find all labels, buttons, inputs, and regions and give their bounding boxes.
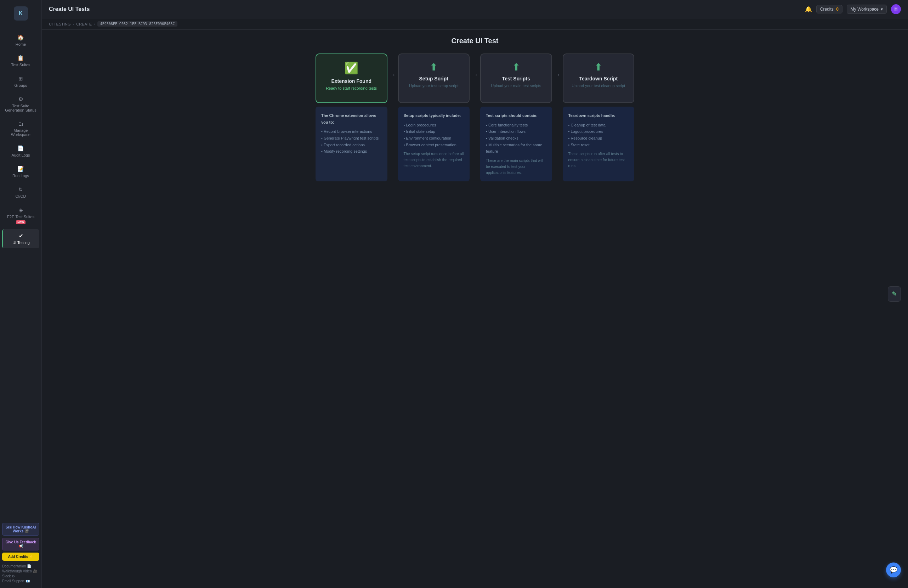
sidebar-item-test-suite-gen[interactable]: ⚙Test Suite Generation Status [2,92,39,116]
info-card-title: The Chrome extension allows you to: [321,112,382,126]
main-content: Create UI Tests 🔔 Credits: 0 My Workspac… [42,0,908,588]
sidebar-item-audit-logs[interactable]: 📄Audit Logs [2,142,39,161]
step-card-extension-found[interactable]: ✅Extension FoundReady to start recording… [316,53,387,103]
sidebar-link-slack[interactable]: Slack ⚙ [2,574,39,578]
page-heading: Create UI Test [451,37,498,45]
sidebar-link-walkthrough[interactable]: Walkthrough Video 🎥 [2,569,39,573]
see-how-button[interactable]: See How KushoAI Works 🎬 [2,523,39,536]
manage-workspace-icon: 🗂 [18,121,23,127]
sidebar-item-label: Run Logs [12,174,29,178]
step-card-title: Extension Found [331,78,372,84]
ui-testing-icon: ✔ [19,233,23,239]
step-card-title: Teardown Script [579,76,618,82]
page-body: Create UI Test ✅Extension FoundReady to … [42,30,908,588]
step-cards-row: ✅Extension FoundReady to start recording… [316,53,634,103]
credits-label: Credits: [820,7,835,12]
step-arrow: → [470,53,480,79]
info-card-item: • Resource cleanup [568,135,629,142]
workspace-button[interactable]: My Workspace ▾ [847,5,887,14]
upload-icon: ⬆ [430,61,438,73]
sidebar-item-label: CI/CD [16,194,26,198]
info-card-wrapper-teardown-info: Teardown scripts handle:• Cleanup of tes… [563,106,634,181]
floating-action-button[interactable]: ✎ [888,286,901,302]
info-card-item: • Record browser interactions [321,128,382,135]
step-wrapper-teardown-script: ⬆Teardown ScriptUpload your test cleanup… [563,53,634,103]
step-card-subtitle: Ready to start recording tests [326,86,377,90]
sidebar-item-e2e-test-suites[interactable]: ◈E2E Test SuitesNEW [2,203,39,228]
chat-widget-button[interactable]: 💬 [886,562,901,577]
breadcrumb-separator: › [94,22,95,26]
sidebar-item-label: Groups [14,83,27,87]
info-card-wrapper-ext-info: The Chrome extension allows you to:• Rec… [316,106,387,181]
sidebar-links: Documentation 📄Walkthrough Video 🎥Slack … [2,563,39,585]
step-card-setup-script[interactable]: ⬆Setup ScriptUpload your test setup scri… [398,53,470,103]
page-title: Create UI Tests [49,6,90,12]
cicd-icon: ↻ [18,186,23,193]
test-suites-icon: 📋 [17,55,24,61]
info-card-item: • Initial state setup [404,128,464,135]
info-card-item: • Environment configuration [404,135,464,142]
sidebar-link-email-support[interactable]: Email Support 📧 [2,579,39,583]
step-card-title: Setup Script [419,76,448,82]
info-card-setup-info: Setup scripts typically include:• Login … [398,106,470,181]
sidebar-item-home[interactable]: 🏠Home [2,31,39,50]
sidebar-item-test-suites[interactable]: 📋Test Suites [2,52,39,71]
header: Create UI Tests 🔔 Credits: 0 My Workspac… [42,0,908,18]
step-card-subtitle: Upload your test cleanup script [572,84,625,88]
groups-icon: ⊞ [18,76,23,82]
chevron-down-icon: ▾ [881,7,883,12]
header-right: 🔔 Credits: 0 My Workspace ▾ H [805,4,901,14]
workspace-label: My Workspace [851,7,879,12]
info-card-item: • Validation checks [486,135,546,142]
avatar[interactable]: H [891,4,901,14]
new-badge: NEW [16,220,26,224]
info-card-desc: These scripts run after all tests to ens… [568,151,629,169]
info-card-item: • Export recorded actions [321,142,382,148]
sidebar-bottom: See How KushoAI Works 🎬 Give Us Feedback… [0,519,42,588]
breadcrumb: UI TESTING›CREATE›4E9308FE C082 1EF BC93… [42,18,908,30]
step-card-title: Test Scripts [502,76,530,82]
upload-icon: ⬆ [594,61,602,73]
sidebar-item-groups[interactable]: ⊞Groups [2,72,39,91]
sidebar-item-label: UI Testing [12,240,30,245]
step-card-teardown-script[interactable]: ⬆Teardown ScriptUpload your test cleanup… [563,53,634,103]
step-card-test-scripts[interactable]: ⬆Test ScriptsUpload your main test scrip… [480,53,552,103]
sidebar-item-manage-workspace[interactable]: 🗂Manage Workspace [2,117,39,140]
info-card-item: • Logout procedures [568,128,629,135]
info-card-item: • User interaction flows [486,128,546,135]
bc-ui-testing[interactable]: UI TESTING [49,22,71,26]
info-card-test-info: Test scripts should contain:• Core funct… [480,106,552,181]
e2e-test-suites-icon: ◈ [19,207,23,213]
audit-logs-icon: 📄 [17,145,24,151]
logo-icon[interactable]: K [14,6,28,21]
info-card-title: Test scripts should contain: [486,112,546,119]
info-card-item: • Browser context preservation [404,142,464,148]
sidebar-item-label: Home [16,42,26,47]
bc-create[interactable]: CREATE [76,22,92,26]
info-card-item: • Modify recording settings [321,148,382,155]
sidebar-item-label: Manage Workspace [4,128,37,137]
feedback-button[interactable]: Give Us Feedback 📢 [2,538,39,551]
sidebar: K 🏠Home📋Test Suites⊞Groups⚙Test Suite Ge… [0,0,42,588]
sidebar-item-cicd[interactable]: ↻CI/CD [2,183,39,202]
sidebar-item-ui-testing[interactable]: ✔UI Testing [2,229,39,248]
header-left: Create UI Tests [49,6,90,12]
bell-icon[interactable]: 🔔 [805,6,812,12]
step-wrapper-extension-found: ✅Extension FoundReady to start recording… [316,53,387,103]
add-credits-button[interactable]: Add Credits ⚡ [2,553,39,561]
test-suite-gen-icon: ⚙ [18,96,23,102]
info-cards-row: The Chrome extension allows you to:• Rec… [316,106,634,181]
step-wrapper-setup-script: ⬆Setup ScriptUpload your test setup scri… [398,53,470,103]
step-card-subtitle: Upload your test setup script [409,84,458,88]
info-row-spacer [470,106,480,181]
info-card-desc: These are the main scripts that will be … [486,158,546,176]
sidebar-link-docs[interactable]: Documentation 📄 [2,564,39,568]
check-icon: ✅ [344,61,358,75]
step-arrow: → [387,53,398,79]
sidebar-item-label: Test Suites [11,63,31,67]
breadcrumb-separator: › [73,22,74,26]
run-logs-icon: 📝 [17,166,24,172]
step-wrapper-test-scripts: ⬆Test ScriptsUpload your main test scrip… [480,53,552,103]
sidebar-item-run-logs[interactable]: 📝Run Logs [2,162,39,181]
sidebar-item-label: Test Suite Generation Status [4,104,37,112]
